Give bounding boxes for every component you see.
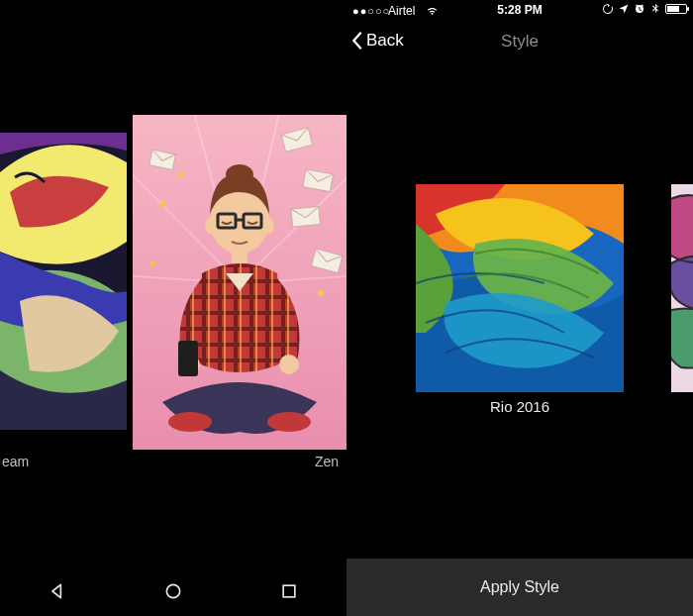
svg-point-18 bbox=[318, 290, 324, 296]
nav-home-button[interactable] bbox=[163, 581, 183, 605]
svg-rect-35 bbox=[283, 585, 295, 597]
style-art-rio bbox=[416, 184, 624, 392]
apply-style-button[interactable]: Apply Style bbox=[346, 559, 693, 616]
circle-home-icon bbox=[163, 581, 183, 601]
svg-point-24 bbox=[279, 355, 299, 374]
style-label-zen: Zen bbox=[315, 454, 339, 469]
style-card-rio[interactable] bbox=[416, 184, 624, 392]
svg-point-22 bbox=[267, 412, 311, 432]
android-pane: eam Zen bbox=[0, 0, 346, 616]
svg-point-29 bbox=[205, 218, 215, 234]
svg-point-21 bbox=[168, 412, 212, 432]
rotation-lock-icon bbox=[602, 3, 614, 15]
svg-point-30 bbox=[264, 218, 274, 234]
ios-pane: ●●○○○ Airtel 5:28 PM Back Style bbox=[346, 0, 693, 616]
style-art-dream bbox=[0, 133, 127, 430]
ios-status-bar: ●●○○○ Airtel 5:28 PM bbox=[346, 0, 693, 22]
svg-point-20 bbox=[177, 171, 183, 177]
svg-point-17 bbox=[159, 201, 165, 207]
location-icon bbox=[618, 3, 630, 15]
svg-point-34 bbox=[166, 584, 179, 597]
ios-nav-bar: Back Style bbox=[346, 22, 693, 63]
apply-style-label: Apply Style bbox=[480, 578, 559, 596]
nav-recent-button[interactable] bbox=[279, 581, 299, 605]
nav-back-button[interactable] bbox=[48, 581, 67, 605]
alarm-icon bbox=[634, 3, 645, 15]
style-card-label: Rio 2016 bbox=[346, 398, 693, 415]
triangle-back-icon bbox=[48, 581, 67, 601]
bluetooth-icon bbox=[649, 3, 661, 15]
style-card-dream[interactable] bbox=[0, 133, 127, 430]
svg-rect-25 bbox=[178, 341, 198, 376]
svg-point-28 bbox=[226, 164, 253, 184]
style-carousel[interactable] bbox=[0, 115, 346, 450]
style-labels: eam Zen bbox=[0, 454, 346, 473]
style-card-next[interactable] bbox=[671, 184, 693, 392]
battery-icon bbox=[665, 4, 687, 14]
square-recent-icon bbox=[279, 581, 299, 601]
style-carousel[interactable] bbox=[346, 184, 693, 432]
style-art-zen bbox=[133, 115, 346, 450]
nav-title: Style bbox=[346, 32, 693, 51]
android-navbar bbox=[0, 570, 346, 616]
style-label-dream: eam bbox=[2, 454, 29, 469]
style-art-next bbox=[671, 184, 693, 392]
svg-point-19 bbox=[149, 260, 155, 266]
style-card-zen[interactable] bbox=[133, 115, 346, 450]
